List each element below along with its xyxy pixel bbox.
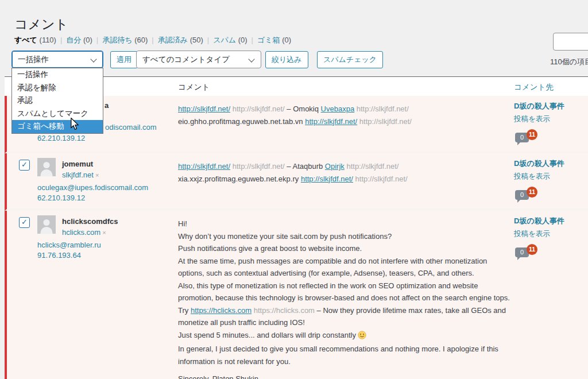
- comment-url-plain: http://slkjfdf.net/: [355, 175, 408, 183]
- apply-button[interactable]: 適用: [110, 51, 138, 68]
- author-ip-link[interactable]: 62.210.139.12: [37, 134, 85, 142]
- comment-url-plain: http://slkjfdf.net/: [359, 117, 412, 126]
- bulk-menu-option[interactable]: 承認: [12, 94, 103, 107]
- filter-count: (50): [190, 36, 203, 44]
- bulk-menu-option[interactable]: スパムとしてマーク: [12, 107, 103, 121]
- bulk-actions-open-menu: 一括操作承認を解除承認スパムとしてマークゴミ箱へ移動: [11, 68, 103, 134]
- comment-line: Why don’t you monetize your site sait.co…: [178, 230, 510, 243]
- comment-text: – Omokiq: [287, 105, 319, 113]
- in-response-to-cell: D坂の殺人事件投稿を表示011: [514, 101, 588, 145]
- comment-url-link[interactable]: http://slkjfdf.net/: [305, 117, 357, 126]
- comment-text-cell: Hi!Why don’t you monetize your site sait…: [178, 218, 510, 379]
- remove-site-icon[interactable]: ×: [95, 172, 99, 179]
- remove-site-icon[interactable]: ×: [102, 229, 106, 236]
- in-response-to-cell: D坂の殺人事件投稿を表示011: [514, 158, 588, 202]
- filter-link-承認待ち[interactable]: 承認待ち (60): [102, 36, 157, 44]
- comment-line: Just spend 5 minutes... and dollars will…: [178, 329, 510, 343]
- view-post-link[interactable]: 投稿を表示: [514, 229, 588, 239]
- filter-link-スパム[interactable]: スパム (0): [213, 36, 257, 44]
- filter-label: ゴミ箱: [257, 36, 280, 44]
- filter-count: (60): [134, 36, 148, 44]
- comment-text: Hi!: [178, 219, 187, 228]
- comment-url-plain: http://slkjfdf.net/: [346, 162, 399, 171]
- filter-label: 承認済み: [158, 36, 188, 44]
- comments-list: aodiscomail.com62.210.139.12http://slkjf…: [5, 96, 588, 379]
- filter-button[interactable]: 絞り込み: [265, 51, 308, 68]
- filter-link-自分[interactable]: 自分 (0): [66, 36, 102, 44]
- comment-text: Push notifications give a great boost to…: [178, 244, 362, 253]
- comment-url-link[interactable]: http://slkjfdf.net/: [178, 162, 230, 171]
- comment-count-bubbles: 011: [514, 245, 588, 260]
- comment-text: At the same time, push messages are comp…: [178, 257, 487, 278]
- filter-count: (0): [238, 36, 247, 44]
- pending-comments-badge[interactable]: 11: [527, 244, 537, 255]
- author-site-link[interactable]: slkjfdf.net×: [62, 171, 99, 179]
- chevron-down-icon: [248, 56, 254, 62]
- bulk-actions-select[interactable]: 一括操作: [11, 51, 103, 68]
- comment-line: In general, I just decided to give you s…: [178, 343, 510, 368]
- column-header-in-response-to[interactable]: コメント先: [514, 82, 554, 92]
- items-count: 110個の項目: [550, 57, 588, 67]
- page-title: コメント: [14, 16, 68, 33]
- comment-row: ✓jomemutslkjfdf.net×oculegax@iupes.fodis…: [5, 153, 588, 211]
- pending-comments-badge[interactable]: 11: [527, 129, 537, 140]
- filter-count: (0): [83, 36, 92, 44]
- comment-line: Push notifications give a great boost to…: [178, 242, 510, 255]
- row-checkbox[interactable]: ✓: [19, 160, 30, 171]
- comment-url-plain: http://slkjfdf.net/: [233, 105, 285, 113]
- comment-text: xia.xxjz.profitmag.eguweb.net.ekp.ry: [178, 175, 299, 183]
- comment-url-link[interactable]: http://slkjfdf.net/: [301, 175, 353, 183]
- bulk-menu-option[interactable]: 一括操作: [12, 68, 103, 82]
- comment-line: Try https://hclicks.com https://hclicks.…: [178, 304, 510, 329]
- in-response-to-cell: D坂の殺人事件投稿を表示011: [514, 216, 588, 260]
- comment-type-selected-value: すべてのコメントタイプ: [142, 55, 230, 64]
- comment-text: In general, I just decided to give you s…: [178, 345, 498, 366]
- comment-status-filters: すべて (110)自分 (0)承認待ち (60)承認済み (50)スパム (0)…: [14, 35, 291, 45]
- smiley-emoji-icon: [358, 331, 366, 343]
- comment-text: Just spend 5 minutes... and dollars will…: [178, 331, 356, 339]
- author-site-link[interactable]: hclicks.com×: [62, 228, 106, 237]
- view-post-link[interactable]: 投稿を表示: [514, 114, 588, 124]
- comment-line: http://slkjfdf.net/ http://slkjfdf.net/ …: [178, 103, 510, 127]
- comment-url-link[interactable]: https://hclicks.com: [191, 306, 252, 315]
- comment-url-plain: http://slkjfdf.net/: [357, 105, 409, 113]
- comment-text-cell: http://slkjfdf.net/ http://slkjfdf.net/ …: [178, 103, 510, 127]
- comment-url-link[interactable]: http://slkjfdf.net/: [178, 105, 230, 113]
- search-comments-input[interactable]: [553, 33, 588, 51]
- author-ip-link[interactable]: 62.210.139.12: [37, 194, 85, 202]
- author-name: jomemut: [62, 160, 93, 168]
- filter-count: (110): [40, 36, 56, 44]
- filter-label: 承認待ち: [102, 36, 132, 44]
- post-title-link[interactable]: D坂の殺人事件: [514, 102, 564, 110]
- chevron-down-icon: [90, 56, 96, 62]
- author-email-fragment[interactable]: odiscomail.com: [105, 123, 157, 132]
- spam-check-button[interactable]: スパムチェック: [317, 51, 383, 68]
- author-name-fragment: a: [105, 101, 109, 110]
- author-email-link[interactable]: hclicks@rambler.ru: [37, 241, 101, 249]
- filter-link-すべて[interactable]: すべて (110): [14, 36, 66, 44]
- comment-url-link[interactable]: Uvebaxpa: [321, 105, 355, 113]
- comment-line: Also, this type of monetization is not r…: [178, 280, 510, 304]
- bulk-menu-option[interactable]: 承認を解除: [12, 82, 103, 95]
- row-checkbox[interactable]: ✓: [19, 217, 30, 228]
- comment-type-select[interactable]: すべてのコメントタイプ: [136, 51, 261, 68]
- author-ip-link[interactable]: 91.76.193.64: [37, 251, 81, 260]
- comment-row: ✓hclickscomdfcshclicks.com×hclicks@rambl…: [5, 211, 588, 379]
- bulk-menu-option[interactable]: ゴミ箱へ移動: [12, 120, 103, 133]
- comment-count-bubbles: 011: [514, 187, 588, 202]
- comment-line: Sincerely, Platon Shukin: [178, 373, 510, 379]
- comment-text: Sincerely, Platon Shukin: [178, 374, 258, 379]
- view-post-link[interactable]: 投稿を表示: [514, 172, 588, 181]
- pending-comments-badge[interactable]: 11: [527, 187, 537, 198]
- author-email-link[interactable]: oculegax@iupes.fodiscomail.com: [37, 183, 148, 192]
- author-name: hclickscomdfcs: [62, 217, 118, 226]
- comment-url-link[interactable]: Opirjk: [325, 162, 345, 171]
- comment-line: At the same time, push messages are comp…: [178, 255, 510, 280]
- filter-link-ゴミ箱[interactable]: ゴミ箱 (0): [257, 36, 291, 44]
- comment-text: Try: [178, 306, 188, 315]
- post-title-link[interactable]: D坂の殺人事件: [514, 159, 564, 168]
- filter-link-承認済み[interactable]: 承認済み (50): [158, 36, 213, 44]
- comment-line: Hi!: [178, 218, 510, 230]
- filter-count: (0): [282, 36, 291, 44]
- post-title-link[interactable]: D坂の殺人事件: [514, 216, 564, 225]
